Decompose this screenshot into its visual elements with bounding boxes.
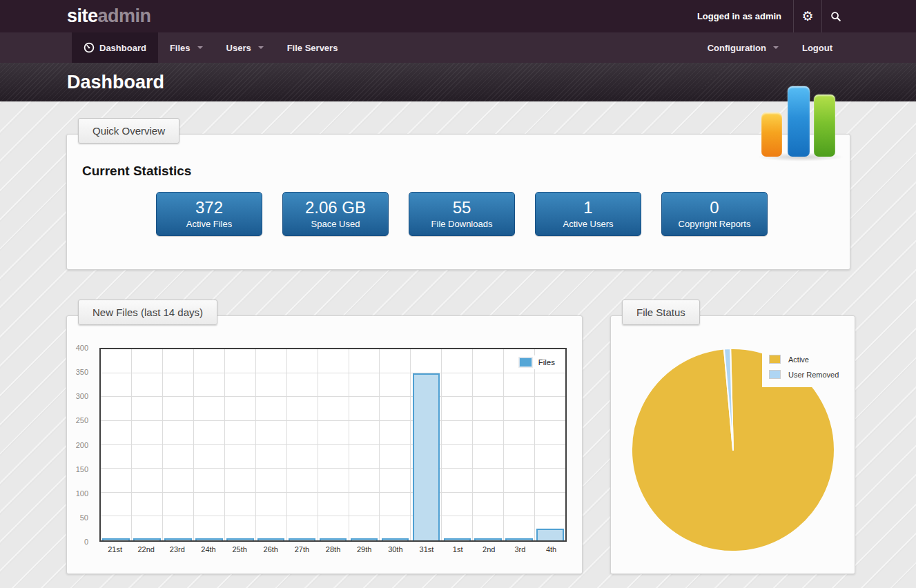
bar-27th[interactable] [289,538,316,540]
stat-box-active-users[interactable]: 1Active Users [535,192,641,236]
x-tick-label: 30th [380,545,411,553]
tab-quick-overview[interactable]: Quick Overview [78,118,179,144]
bar-30th[interactable] [382,538,409,540]
pie-legend-label: Active [788,355,809,364]
y-tick-label: 150 [76,465,88,473]
bar-26th[interactable] [257,538,285,540]
pie-legend-item-user-removed: User Removed [769,370,848,379]
bar-31st[interactable] [413,373,440,540]
bar-4th[interactable] [536,529,564,540]
bar-22nd[interactable] [133,538,161,540]
new-files-panel: 050100150200250300350400 Files 21st22nd2… [66,315,583,574]
x-tick-label: 23rd [162,545,193,553]
bar-column-28th [318,349,349,540]
bar-column-24th [193,349,224,540]
stat-value: 55 [409,199,514,217]
bar-28th[interactable] [320,538,347,540]
x-tick-label: 22nd [130,545,162,553]
bar-23rd[interactable] [164,538,192,540]
bar-column-29th [349,349,380,540]
bar-column-2nd [472,349,503,540]
y-tick-label: 100 [76,489,88,498]
bar-2nd[interactable] [474,538,502,540]
stat-box-copyright-reports[interactable]: 0Copyright Reports [661,192,768,236]
bar-24th[interactable] [195,538,223,540]
quick-overview-section: Quick Overview Current Statistics 372Act… [66,118,850,270]
page-header: Dashboard [0,63,916,101]
nav-item-files[interactable]: Files [158,32,215,63]
bar-chart-y-axis: 050100150200250300350400 [67,348,95,542]
stat-label: Space Used [283,219,388,229]
bar-chart-x-axis: 21st22nd23rd24th25th26th27th28th29th30th… [99,545,567,553]
pie-legend-label: User Removed [788,371,839,379]
nav-item-configuration[interactable]: Configuration [696,32,790,63]
x-tick-label: 28th [318,545,349,553]
nav-item-label: Logout [802,43,832,53]
charts-row: New Files (last 14 days) 050100150200250… [66,300,916,574]
stat-value: 0 [662,199,767,217]
bar-3rd[interactable] [505,538,533,540]
file-status-panel: ActiveUser Removed [610,315,855,574]
x-tick-label: 27th [286,545,318,553]
active-swatch-icon [769,355,781,364]
quick-overview-panel: Current Statistics 372Active Files2.06 G… [66,134,850,270]
x-tick-label: 25th [224,545,255,553]
main-nav: DashboardFilesUsersFile Servers Configur… [0,32,916,63]
nav-item-logout[interactable]: Logout [790,32,844,63]
bar-25th[interactable] [226,538,254,540]
stat-label: Copyright Reports [662,219,767,229]
nav-item-users[interactable]: Users [215,32,275,63]
bar-column-26th [255,349,286,540]
y-tick-label: 50 [80,513,88,522]
bar-21st[interactable] [102,538,130,540]
user-removed-swatch-icon [769,370,781,379]
file-status-section: File Status ActiveUser Removed [610,300,855,574]
bar-column-30th [379,349,410,540]
stat-box-active-files[interactable]: 372Active Files [156,192,262,236]
bar-chart: 050100150200250300350400 Files 21st22nd2… [67,316,582,553]
stat-value: 372 [157,199,262,217]
bar-chart-legend: Files [515,355,559,369]
gear-icon: ⚙ [801,10,813,23]
y-tick-label: 300 [76,392,88,400]
y-tick-label: 200 [76,441,88,449]
y-tick-label: 250 [76,416,88,424]
nav-left: DashboardFilesUsersFile Servers [72,32,349,63]
page-title: Dashboard [67,63,916,101]
page-content: Quick Overview Current Statistics 372Act… [0,101,916,588]
bar-column-1st [441,349,472,540]
tab-file-status[interactable]: File Status [622,300,700,325]
pie-legend: ActiveUser Removed [762,350,850,387]
x-tick-label: 2nd [474,545,505,553]
tab-new-files[interactable]: New Files (last 14 days) [78,300,217,325]
nav-item-label: Configuration [708,43,766,53]
x-tick-label: 3rd [505,545,536,553]
stat-label: Active Files [157,219,262,229]
stat-box-file-downloads[interactable]: 55File Downloads [409,192,515,236]
bar-column-4th [534,349,565,540]
bar-1st[interactable] [444,538,471,540]
nav-item-dashboard[interactable]: Dashboard [72,32,158,63]
bar-29th[interactable] [351,538,378,540]
x-tick-label: 1st [442,545,474,553]
app-logo[interactable]: siteadmin [67,6,151,27]
top-bar: siteadmin Logged in as admin ⚙ [0,0,916,32]
bar-column-3rd [503,349,534,540]
x-tick-label: 4th [536,545,567,553]
gauge-icon [84,42,95,53]
logo-site: site [67,6,98,26]
stat-label: File Downloads [409,219,514,229]
nav-right: ConfigurationLogout [696,32,844,63]
stat-value: 2.06 GB [283,199,388,217]
stat-box-space-used[interactable]: 2.06 GBSpace Used [282,192,389,236]
nav-item-file-servers[interactable]: File Servers [275,32,350,63]
bar-column-23rd [162,349,193,540]
x-tick-label: 24th [193,545,224,553]
bar-chart-plot: Files [99,348,567,542]
settings-gear-button[interactable]: ⚙ [794,0,821,32]
nav-item-label: Users [226,43,251,53]
y-tick-label: 400 [76,344,88,352]
search-button[interactable] [822,0,850,32]
chevron-down-icon [258,46,264,49]
bar-column-22nd [131,349,162,540]
